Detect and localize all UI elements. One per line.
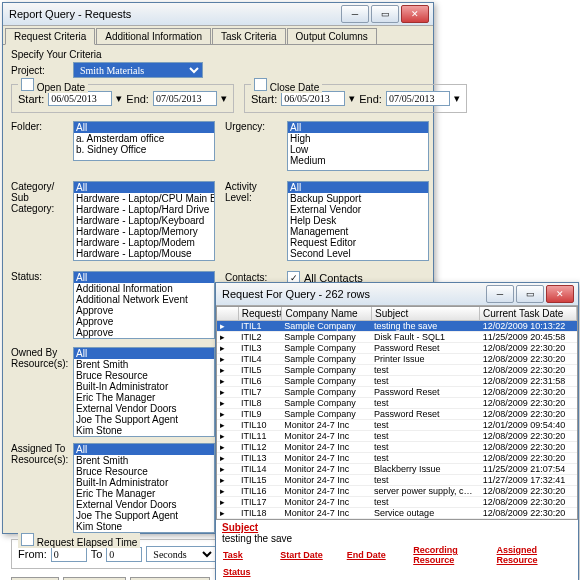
close-start-input[interactable] <box>281 91 345 106</box>
owned-label: Owned By Resource(s): <box>11 347 69 369</box>
specify-label: Specify Your Criteria <box>11 49 425 60</box>
minimize-button[interactable]: ─ <box>341 5 369 23</box>
tab-additional-info[interactable]: Additional Information <box>96 28 211 44</box>
table-row[interactable]: ▸ITIL17Monitor 24-7 Inctest12/08/2009 22… <box>217 497 577 508</box>
table-row[interactable]: ▸ITIL4Sample CompanyPrinter Issue12/08/2… <box>217 354 577 365</box>
activity-listbox[interactable]: All Backup SupportExternal Vendor Help D… <box>287 181 429 261</box>
assigned-label: Assigned To Resource(s): <box>11 443 69 465</box>
open-date-checkbox[interactable] <box>21 78 34 91</box>
minimize-button[interactable]: ─ <box>486 285 514 303</box>
table-row[interactable]: ▸ITIL1Sample Companytesting the save12/0… <box>217 321 577 332</box>
urgency-label: Urgency: <box>225 121 283 132</box>
close-date-checkbox[interactable] <box>254 78 267 91</box>
window-title: Report Query - Requests <box>7 8 341 20</box>
category-label: Category/ Sub Category: <box>11 181 69 214</box>
table-row[interactable]: ▸ITIL12Monitor 24-7 Inctest12/08/2009 22… <box>217 442 577 453</box>
date-picker-icon[interactable]: ▾ <box>349 92 355 105</box>
close-end-input[interactable] <box>386 91 450 106</box>
project-label: Project: <box>11 65 69 76</box>
date-picker-icon[interactable]: ▾ <box>116 92 122 105</box>
elapsed-from-input[interactable] <box>51 547 87 562</box>
project-select[interactable]: Smith Materials <box>73 62 203 78</box>
grid-header: Request# Company Name Subject Current Ta… <box>217 307 577 321</box>
table-row[interactable]: ▸ITIL15Monitor 24-7 Inctest11/27/2009 17… <box>217 475 577 486</box>
date-picker-icon[interactable]: ▾ <box>221 92 227 105</box>
table-row[interactable]: ▸ITIL9Sample CompanyPassword Reset12/08/… <box>217 409 577 420</box>
open-end-input[interactable] <box>153 91 217 106</box>
folder-listbox[interactable]: All a. Amsterdam office b. Sidney Office <box>73 121 215 161</box>
elapsed-checkbox[interactable] <box>21 533 34 546</box>
detail-pane: Subject testing the save TaskStart Date … <box>216 520 578 580</box>
subject-value: testing the save <box>222 533 572 544</box>
tab-request-criteria[interactable]: Request Criteria <box>5 28 95 45</box>
table-row[interactable]: ▸ITIL14Monitor 24-7 IncBlackberry Issue1… <box>217 464 577 475</box>
tabstrip: Request Criteria Additional Information … <box>3 26 433 44</box>
status-label: Status: <box>11 271 69 282</box>
category-listbox[interactable]: All Hardware - Laptop/CPU Main BoardHard… <box>73 181 215 261</box>
table-row[interactable]: ▸ITIL2Sample CompanyDisk Fault - SQL111/… <box>217 332 577 343</box>
tab-task-criteria[interactable]: Task Criteria <box>212 28 286 44</box>
results-grid[interactable]: Request# Company Name Subject Current Ta… <box>216 306 578 520</box>
status-listbox[interactable]: All Additional InformationAdditional Net… <box>73 271 215 339</box>
table-row[interactable]: ▸ITIL6Sample Companytest12/08/2009 22:31… <box>217 376 577 387</box>
table-row[interactable]: ▸ITIL8Sample Companytest12/08/2009 22:30… <box>217 398 577 409</box>
table-row[interactable]: ▸ITIL13Monitor 24-7 Inctest12/08/2009 22… <box>217 453 577 464</box>
maximize-button[interactable]: ▭ <box>371 5 399 23</box>
owned-listbox[interactable]: All Brent SmithBruce Resource Built-In A… <box>73 347 215 437</box>
maximize-button[interactable]: ▭ <box>516 285 544 303</box>
table-row[interactable]: ▸ITIL3Sample CompanyPassword Reset12/08/… <box>217 343 577 354</box>
table-row[interactable]: ▸ITIL11Monitor 24-7 Inctest12/08/2009 22… <box>217 431 577 442</box>
close-button[interactable]: ✕ <box>401 5 429 23</box>
subject-heading: Subject <box>222 522 572 533</box>
tab-output-columns[interactable]: Output Columns <box>287 28 377 44</box>
table-row[interactable]: ▸ITIL16Monitor 24-7 Incserver power supp… <box>217 486 577 497</box>
activity-label: Activity Level: <box>225 181 283 203</box>
urgency-listbox[interactable]: All High Low Medium <box>287 121 429 171</box>
date-picker-icon[interactable]: ▾ <box>454 92 460 105</box>
elapsed-unit-select[interactable]: Seconds <box>146 546 216 562</box>
table-row[interactable]: ▸ITIL7Sample CompanyPassword Reset12/08/… <box>217 387 577 398</box>
table-row[interactable]: ▸ITIL18Monitor 24-7 IncService outage12/… <box>217 508 577 519</box>
table-row[interactable]: ▸ITIL5Sample Companytest12/08/2009 22:30… <box>217 365 577 376</box>
open-start-input[interactable] <box>48 91 112 106</box>
table-row[interactable]: ▸ITIL10Monitor 24-7 Inctest12/01/2009 09… <box>217 420 577 431</box>
close-button[interactable]: ✕ <box>546 285 574 303</box>
assigned-listbox[interactable]: All Brent SmithBruce Resource Built-In A… <box>73 443 215 533</box>
results-window-title: Request For Query - 262 rows <box>220 288 486 300</box>
folder-label: Folder: <box>11 121 69 132</box>
elapsed-to-input[interactable] <box>106 547 142 562</box>
